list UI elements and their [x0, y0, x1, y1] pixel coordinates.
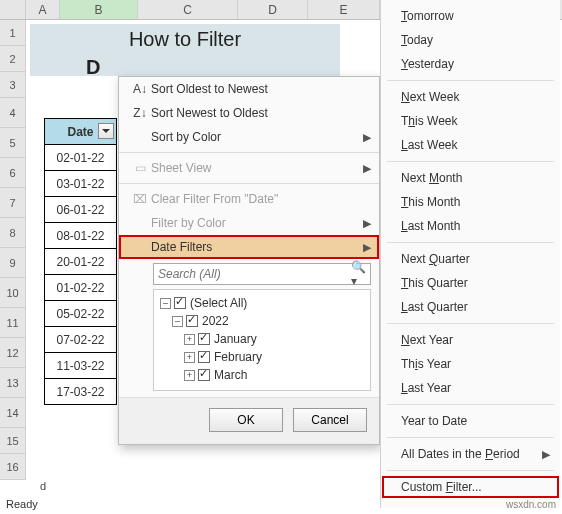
checkbox[interactable] — [198, 351, 210, 363]
row-header[interactable]: 11 — [0, 308, 26, 338]
submenu-label: Yesterday — [401, 57, 454, 71]
submenu-label: Next Quarter — [401, 252, 470, 266]
col-header-e[interactable]: E — [308, 0, 380, 19]
submenu-label: Last Year — [401, 381, 451, 395]
tree-collapse-icon[interactable]: – — [172, 316, 183, 327]
table-row[interactable]: 11-03-22 — [45, 353, 117, 379]
submenu-item[interactable]: Last Quarter — [381, 295, 560, 319]
chevron-right-icon: ▶ — [363, 162, 371, 175]
tree-expand-icon[interactable]: + — [184, 352, 195, 363]
submenu-label: Last Quarter — [401, 300, 468, 314]
submenu-item[interactable]: Next Week — [381, 85, 560, 109]
submenu-item[interactable]: Next Quarter — [381, 247, 560, 271]
search-input[interactable] — [153, 263, 371, 285]
clear-filter-item: ⌧ Clear Filter From "Date" — [119, 187, 379, 211]
submenu-item[interactable]: Yesterday — [381, 52, 560, 76]
chevron-right-icon: ▶ — [363, 217, 371, 230]
sheet-tab[interactable]: d — [40, 480, 46, 492]
submenu-item[interactable]: This Quarter — [381, 271, 560, 295]
submenu-item[interactable]: Last Year — [381, 376, 560, 400]
ok-button[interactable]: OK — [209, 408, 283, 432]
submenu-item[interactable]: Next Month — [381, 166, 560, 190]
filter-dropdown-icon[interactable] — [98, 123, 114, 139]
cancel-button[interactable]: Cancel — [293, 408, 367, 432]
submenu-item[interactable]: Custom Filter... — [381, 475, 560, 499]
sort-by-color-item[interactable]: Sort by Color ▶ — [119, 125, 379, 149]
submenu-label: All Dates in the Period — [401, 447, 520, 461]
table-row[interactable]: 08-01-22 — [45, 223, 117, 249]
row-header[interactable]: 10 — [0, 278, 26, 308]
row-header[interactable]: 14 — [0, 398, 26, 428]
row-header[interactable]: 6 — [0, 158, 26, 188]
row-header[interactable]: 7 — [0, 188, 26, 218]
menu-label: Clear Filter From "Date" — [151, 192, 371, 206]
submenu-item[interactable]: All Dates in the Period▶ — [381, 442, 560, 466]
row-header[interactable]: 16 — [0, 454, 26, 480]
watermark: wsxdn.com — [506, 499, 556, 510]
page-title-sub: D — [86, 56, 100, 79]
col-header-a[interactable]: A — [26, 0, 60, 19]
menu-label: Date Filters — [151, 240, 363, 254]
table-row[interactable]: 03-01-22 — [45, 171, 117, 197]
table-row[interactable]: 02-01-22 — [45, 145, 117, 171]
tree-expand-icon[interactable]: + — [184, 334, 195, 345]
tree-expand-icon[interactable]: + — [184, 370, 195, 381]
select-all-corner[interactable] — [0, 0, 26, 19]
tree-collapse-icon[interactable]: – — [160, 298, 171, 309]
row-header[interactable]: 13 — [0, 368, 26, 398]
checkbox[interactable] — [198, 333, 210, 345]
sort-oldest-item[interactable]: A↓ Sort Oldest to Newest — [119, 77, 379, 101]
date-filters-item[interactable]: Date Filters ▶ — [119, 235, 379, 259]
page-title: How to Filter — [30, 28, 340, 51]
checkbox[interactable] — [186, 315, 198, 327]
submenu-item[interactable]: Last Week — [381, 133, 560, 157]
row-header[interactable]: 2 — [0, 46, 26, 72]
row-header[interactable]: 5 — [0, 128, 26, 158]
row-header[interactable]: 9 — [0, 248, 26, 278]
checkbox[interactable] — [198, 369, 210, 381]
checkbox[interactable] — [174, 297, 186, 309]
submenu-label: This Year — [401, 357, 451, 371]
table-row[interactable]: 06-01-22 — [45, 197, 117, 223]
submenu-item[interactable]: Last Month — [381, 214, 560, 238]
row-header[interactable]: 1 — [0, 20, 26, 46]
table-row[interactable]: 05-02-22 — [45, 301, 117, 327]
date-header[interactable]: Date — [45, 119, 117, 145]
table-row[interactable]: 01-02-22 — [45, 275, 117, 301]
separator — [387, 80, 554, 81]
submenu-label: Tomorrow — [401, 9, 454, 23]
search-icon[interactable]: 🔍▾ — [351, 266, 367, 282]
filter-tree[interactable]: – (Select All) – 2022 + January + Februa… — [153, 289, 371, 391]
submenu-item[interactable]: This Year — [381, 352, 560, 376]
col-header-d[interactable]: D — [238, 0, 308, 19]
submenu-item[interactable]: Year to Date — [381, 409, 560, 433]
row-header[interactable]: 3 — [0, 72, 26, 98]
row-header[interactable]: 12 — [0, 338, 26, 368]
date-table: Date 02-01-22 03-01-22 06-01-22 08-01-22… — [44, 118, 117, 405]
submenu-item[interactable]: Tomorrow — [381, 4, 560, 28]
menu-label: Filter by Color — [151, 216, 363, 230]
submenu-label: Last Week — [401, 138, 458, 152]
submenu-label: Next Month — [401, 171, 462, 185]
table-row[interactable]: 07-02-22 — [45, 327, 117, 353]
sort-desc-icon: Z↓ — [129, 106, 151, 120]
row-header[interactable]: 8 — [0, 218, 26, 248]
separator — [387, 161, 554, 162]
chevron-right-icon: ▶ — [542, 448, 550, 461]
submenu-item[interactable]: Next Year — [381, 328, 560, 352]
row-headers: 1 2 3 4 5 6 7 8 9 10 11 12 13 14 15 16 — [0, 20, 26, 480]
submenu-item[interactable]: This Month — [381, 190, 560, 214]
filter-dropdown: A↓ Sort Oldest to Newest Z↓ Sort Newest … — [118, 76, 380, 445]
date-header-label: Date — [67, 125, 93, 139]
separator — [119, 183, 379, 184]
submenu-item[interactable]: Today — [381, 28, 560, 52]
separator — [119, 152, 379, 153]
table-row[interactable]: 17-03-22 — [45, 379, 117, 405]
table-row[interactable]: 20-01-22 — [45, 249, 117, 275]
sort-newest-item[interactable]: Z↓ Sort Newest to Oldest — [119, 101, 379, 125]
submenu-item[interactable]: This Week — [381, 109, 560, 133]
col-header-b[interactable]: B — [60, 0, 138, 19]
row-header[interactable]: 15 — [0, 428, 26, 454]
row-header[interactable]: 4 — [0, 98, 26, 128]
col-header-c[interactable]: C — [138, 0, 238, 19]
